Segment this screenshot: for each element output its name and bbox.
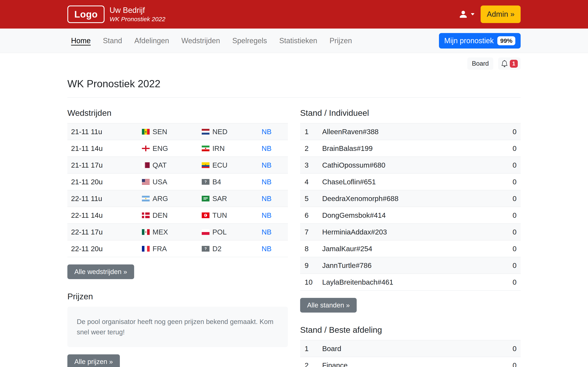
pol-flag-icon [202,229,209,235]
standing-rank: 1 [300,345,322,353]
nav-item-spelregels[interactable]: Spelregels [226,36,273,45]
standing-rank: 10 [300,278,322,286]
match-datetime: 21-11 17u [67,161,142,169]
admin-button[interactable]: Admin » [481,6,521,23]
matches-table: 21-11 11u SEN NED NB 21-11 14u ENG IRN N… [67,123,288,257]
board-button[interactable]: Board [467,58,493,70]
nav-item-prijzen[interactable]: Prijzen [323,36,358,45]
match-row: 21-11 17u QAT ECU NB [67,157,288,174]
away-team-code: NED [212,128,227,136]
standing-row: 7 HerminiaAddax#203 0 [300,224,521,240]
svg-text:?: ? [205,247,207,251]
standing-rank: 4 [300,178,322,186]
all-matches-button[interactable]: Alle wedstrijden » [67,264,134,279]
department-standings-table: 1 Board 0 2 Finance 0 [300,340,521,367]
standing-rank: 3 [300,161,322,169]
all-prizes-button[interactable]: Alle prijzen » [67,354,120,367]
tun-flag-icon [202,212,209,218]
notifications-button[interactable]: 1 [498,58,521,70]
match-status-link[interactable]: NB [261,228,272,236]
app-header: Logo Uw Bedrijf WK Pronostiek 2022 Admin… [0,0,588,29]
away-team-code: D2 [212,245,222,253]
match-datetime: 22-11 14u [67,211,142,219]
my-forecast-percent-badge: 99% [497,36,515,45]
nav-item-wedstrijden[interactable]: Wedstrijden [175,36,226,45]
nav-item-afdelingen[interactable]: Afdelingen [128,36,175,45]
match-status-link[interactable]: NB [261,161,272,169]
away-team-code: ECU [212,161,227,169]
standing-name: AlleenRaven#388 [322,128,513,136]
match-status-link[interactable]: NB [261,128,272,136]
match-status: NB [261,128,288,136]
irn-flag-icon [202,146,209,151]
sar-flag-icon [202,196,209,201]
away-team-code: POL [212,228,227,236]
standing-row: 4 ChaseLoflin#651 0 [300,174,521,190]
all-standings-button[interactable]: Alle standen » [300,298,357,313]
standing-score: 0 [513,261,521,269]
standing-score: 0 [513,144,521,152]
match-status-link[interactable]: NB [261,194,272,202]
match-row: 22-11 20u FRA ? D2 NB [67,240,288,257]
standing-name: Finance [322,361,513,367]
standing-name: DongGemsbok#414 [322,211,513,219]
toolbar-row: Board 1 [67,58,521,70]
match-status-link[interactable]: NB [261,178,272,186]
standing-name: HerminiaAddax#203 [322,228,513,236]
standing-score: 0 [513,178,521,186]
company-logo[interactable]: Logo [67,6,104,23]
standing-rank: 2 [300,144,322,152]
match-away-team: NED [202,128,261,136]
match-home-team: USA [142,178,202,186]
my-forecast-button[interactable]: Mijn pronostiek 99% [439,33,521,49]
match-datetime: 22-11 20u [67,245,142,253]
away-team-code: TUN [212,211,227,219]
match-row: 21-11 11u SEN NED NB [67,123,288,140]
standing-row: 8 JamalKaur#254 0 [300,240,521,257]
match-status-link[interactable]: NB [261,144,272,152]
standing-score: 0 [513,194,521,203]
standing-score: 0 [513,345,521,353]
standing-row: 5 DeedraXenomorph#688 0 [300,190,521,207]
department-standings-heading: Stand / Beste afdeling [300,325,521,335]
standing-row: 1 Board 0 [300,340,521,357]
individual-standings-heading: Stand / Individueel [300,108,521,118]
standing-row: 1 AlleenRaven#388 0 [300,123,521,140]
match-row: 21-11 14u ENG IRN NB [67,140,288,157]
standing-score: 0 [513,278,521,286]
match-status-link[interactable]: NB [261,245,272,253]
away-team-code: SAR [212,194,227,203]
standing-rank: 5 [300,194,322,203]
match-datetime: 21-11 14u [67,144,142,152]
match-datetime: 22-11 17u [67,228,142,236]
match-home-team: DEN [142,211,202,219]
nav-item-home[interactable]: Home [67,36,97,45]
standing-name: ChaseLoflin#651 [322,178,513,186]
nav-item-stand[interactable]: Stand [97,36,128,45]
match-datetime: 21-11 11u [67,128,142,136]
match-home-team: MEX [142,228,202,236]
standing-score: 0 [513,128,521,136]
match-row: 22-11 14u DEN TUN NB [67,207,288,224]
match-datetime: 22-11 11u [67,194,142,203]
match-status-link[interactable]: NB [261,211,272,219]
prizes-message-card: De pool organisator heeft nog geen prijz… [67,307,288,347]
individual-standings-table: 1 AlleenRaven#388 0 2 BrainBalas#199 0 3… [300,123,521,291]
sen-flag-icon [142,129,150,134]
match-home-team: ARG [142,194,202,203]
standing-rank: 8 [300,245,322,253]
user-menu[interactable] [458,9,475,19]
standing-score: 0 [513,245,521,253]
match-status: NB [261,144,288,152]
main-nav: HomeStandAfdelingenWedstrijdenSpelregels… [0,29,588,53]
unknown-flag-icon: ? [202,246,209,252]
standing-rank: 1 [300,128,322,136]
nav-item-statistieken[interactable]: Statistieken [273,36,323,45]
match-datetime: 21-11 20u [67,178,142,186]
standing-rank: 6 [300,211,322,219]
company-name: Uw Bedrijf [109,6,165,15]
ned-flag-icon [202,129,209,134]
standing-rank: 9 [300,261,322,269]
standing-row: 6 DongGemsbok#414 0 [300,207,521,224]
standing-rank: 2 [300,361,322,367]
